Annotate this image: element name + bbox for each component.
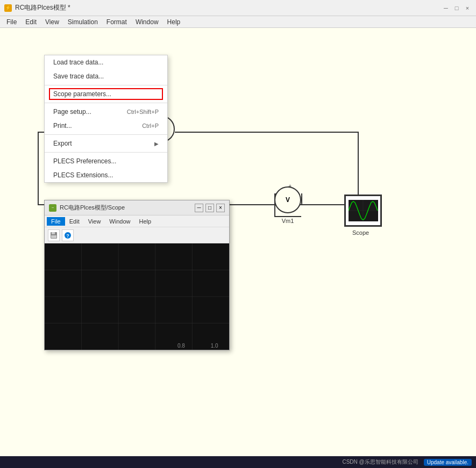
scope-minimize-button[interactable]: ─ xyxy=(195,204,203,212)
plecs-extensions-label: PLECS Extensions... xyxy=(53,171,113,179)
voltmeter-vm1: V xyxy=(274,186,301,213)
dropdown-plecs-extensions[interactable]: PLECS Extensions... xyxy=(45,168,167,182)
scope-menu-help[interactable]: Help xyxy=(134,217,155,226)
title-bar-left: ⚡ RC电路Plces模型 * xyxy=(4,3,70,12)
print-label: Print... xyxy=(53,122,72,129)
separator-3 xyxy=(45,134,167,135)
separator-4 xyxy=(45,152,167,153)
menu-help[interactable]: Help xyxy=(163,17,185,27)
scope-window-title-left: ~ RC电路Plces模型/Scope xyxy=(49,204,125,212)
bottom-bar: CSDN @乐思智能科技有限公司 Update available. xyxy=(0,456,476,468)
scope-menu-file[interactable]: File xyxy=(47,217,65,226)
wire-vm-bottom xyxy=(274,216,301,217)
dropdown-print[interactable]: Print... Ctrl+P xyxy=(45,119,167,133)
main-menu-bar: File Edit View Simulation Format Window … xyxy=(0,16,476,28)
help-icon: ? xyxy=(64,232,72,239)
save-icon xyxy=(50,232,58,239)
svg-text:?: ? xyxy=(66,233,69,239)
scope-block[interactable] xyxy=(344,195,382,227)
svg-rect-4 xyxy=(52,232,55,234)
plecs-preferences-label: PLECS Preferences... xyxy=(53,157,116,165)
svg-text:0.8: 0.8 xyxy=(177,343,185,349)
svg-text:1.0: 1.0 xyxy=(211,343,218,349)
export-label: Export xyxy=(53,140,72,147)
maximize-button[interactable]: □ xyxy=(452,4,461,12)
dropdown-scope-parameters[interactable]: Scope parameters... xyxy=(45,87,167,101)
csdn-text: CSDN @乐思智能科技有限公司 xyxy=(342,458,418,466)
dropdown-save-trace[interactable]: Save trace data... xyxy=(45,69,167,83)
dropdown-plecs-preferences[interactable]: PLECS Preferences... xyxy=(45,154,167,168)
wire-vm-right-top xyxy=(301,193,302,204)
menu-edit[interactable]: Edit xyxy=(21,17,41,27)
scope-label: Scope xyxy=(352,229,369,236)
title-bar-controls[interactable]: ─ □ × xyxy=(442,4,472,12)
scope-menu-view[interactable]: View xyxy=(84,217,105,226)
save-trace-label: Save trace data... xyxy=(53,73,104,80)
update-badge[interactable]: Update available. xyxy=(424,459,472,466)
dropdown-export[interactable]: Export ▶ xyxy=(45,136,167,150)
svg-rect-5 xyxy=(51,235,56,238)
scope-menu-bar: File Edit View Window Help xyxy=(45,215,229,227)
wire-left-vert xyxy=(38,132,39,204)
scope-window: ~ RC电路Plces模型/Scope ─ □ × File Edit View… xyxy=(44,200,230,350)
dropdown-page-setup[interactable]: Page setup... Ctrl+Shift+P xyxy=(45,105,167,119)
scope-plot-svg: 0.8 1.0 xyxy=(45,243,229,350)
app-title: RC电路Plces模型 * xyxy=(15,3,70,12)
scope-menu-edit[interactable]: Edit xyxy=(65,217,84,226)
file-dropdown-menu: Load trace data... Save trace data... Sc… xyxy=(44,55,168,183)
scope-maximize-button[interactable]: □ xyxy=(205,204,214,212)
wire-right-vert xyxy=(358,132,359,204)
voltmeter-plus-sign: + xyxy=(288,183,292,189)
scope-window-icon: ~ xyxy=(49,204,56,212)
scope-window-title-text: RC电路Plces模型/Scope xyxy=(60,204,125,212)
scope-parameters-label: Scope parameters... xyxy=(53,90,111,98)
scope-plot: 0.8 1.0 xyxy=(45,243,229,350)
scope-toolbar: ? xyxy=(45,227,229,243)
app-icon: ⚡ xyxy=(4,4,12,12)
menu-simulation[interactable]: Simulation xyxy=(63,17,102,27)
circuit-area: R1 A ▲ Am1 V + Vm1 Scope ~ xyxy=(0,28,476,468)
wire-top-mid2 xyxy=(175,132,299,133)
scope-wave-icon xyxy=(349,200,378,221)
wire-top-right xyxy=(299,132,358,133)
close-button[interactable]: × xyxy=(463,4,472,12)
export-arrow-icon: ▶ xyxy=(154,141,159,147)
separator-2 xyxy=(45,103,167,103)
scope-toolbar-btn2[interactable]: ? xyxy=(62,229,74,241)
scope-menu-window[interactable]: Window xyxy=(105,217,134,226)
main-canvas: R1 A ▲ Am1 V + Vm1 Scope ~ xyxy=(0,28,476,468)
menu-format[interactable]: Format xyxy=(102,17,131,27)
page-setup-label: Page setup... xyxy=(53,108,91,116)
print-shortcut: Ctrl+P xyxy=(142,123,159,129)
dropdown-load-trace[interactable]: Load trace data... xyxy=(45,55,167,69)
page-setup-shortcut: Ctrl+Shift+P xyxy=(127,109,159,115)
title-bar: ⚡ RC电路Plces模型 * ─ □ × xyxy=(0,0,476,16)
voltmeter-label: Vm1 xyxy=(274,218,301,224)
minimize-button[interactable]: ─ xyxy=(442,4,450,12)
scope-toolbar-btn1[interactable] xyxy=(48,229,60,241)
scope-window-title-bar: ~ RC电路Plces模型/Scope ─ □ × xyxy=(45,200,229,215)
menu-view[interactable]: View xyxy=(41,17,63,27)
menu-file[interactable]: File xyxy=(2,17,21,27)
scope-window-controls[interactable]: ─ □ × xyxy=(195,204,225,212)
separator-1 xyxy=(45,85,167,85)
scope-close-button[interactable]: × xyxy=(216,204,225,212)
menu-window[interactable]: Window xyxy=(131,17,163,27)
load-trace-label: Load trace data... xyxy=(53,59,103,66)
